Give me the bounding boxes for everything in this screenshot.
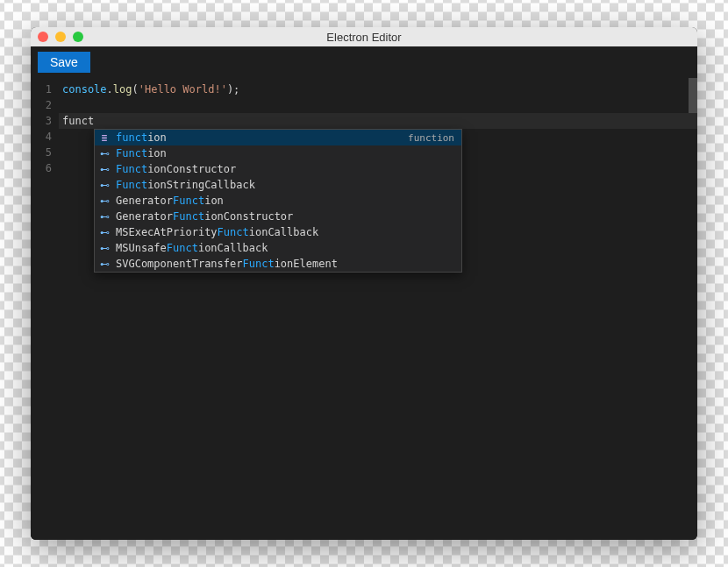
autocomplete-item[interactable]: ⊷Function — [95, 145, 461, 161]
traffic-lights — [38, 32, 83, 42]
token-string: 'Hello World!' — [139, 83, 227, 96]
maximize-icon[interactable] — [73, 32, 83, 42]
autocomplete-label: Function — [116, 147, 458, 159]
autocomplete-hint: function — [408, 132, 458, 144]
titlebar[interactable]: Electron Editor — [31, 27, 697, 46]
autocomplete-label: MSUnsafeFunctionCallback — [116, 242, 458, 254]
autocomplete-label: GeneratorFunctionConstructor — [116, 210, 458, 223]
line-number: 3 — [31, 113, 52, 129]
token-punct: . — [107, 83, 113, 96]
token-object: console — [62, 83, 107, 96]
toolbar: Save — [31, 46, 697, 78]
autocomplete-item[interactable]: ⊷FunctionStringCallback — [95, 177, 461, 193]
autocomplete-label: FunctionStringCallback — [116, 179, 458, 191]
autocomplete-label: SVGComponentTransferFunctionElement — [116, 258, 458, 270]
autocomplete-label: GeneratorFunction — [116, 195, 458, 207]
line-number: 1 — [31, 82, 52, 97]
autocomplete-item[interactable]: ⊷FunctionConstructor — [95, 161, 461, 177]
autocomplete-popup[interactable]: ≣functionfunction⊷Function⊷FunctionConst… — [94, 129, 462, 273]
code-editor[interactable]: 1 2 3 4 5 6 console.log('Hello World!');… — [31, 78, 697, 540]
interface-icon: ⊷ — [98, 179, 111, 191]
code-area[interactable]: console.log('Hello World!'); funct ≣func… — [59, 78, 697, 540]
line-gutter: 1 2 3 4 5 6 — [31, 78, 59, 540]
line-number: 4 — [31, 129, 52, 145]
line-number: 6 — [31, 160, 52, 176]
line-number: 2 — [31, 97, 52, 113]
autocomplete-item[interactable]: ⊷GeneratorFunctionConstructor — [95, 209, 461, 224]
token-punct: ( — [132, 83, 139, 96]
minimize-icon[interactable] — [55, 32, 66, 42]
interface-icon: ⊷ — [98, 147, 111, 159]
interface-icon: ⊷ — [98, 163, 111, 175]
token-method: log — [113, 83, 132, 96]
autocomplete-label: MSExecAtPriorityFunctionCallback — [116, 226, 458, 238]
keyword-icon: ≣ — [98, 131, 111, 144]
autocomplete-item[interactable]: ⊷GeneratorFunction — [95, 193, 461, 209]
token-punct: ); — [227, 83, 239, 96]
code-line[interactable]: console.log('Hello World!'); — [59, 82, 697, 97]
interface-icon: ⊷ — [98, 195, 111, 207]
save-button[interactable]: Save — [38, 52, 90, 73]
interface-icon: ⊷ — [98, 258, 111, 270]
autocomplete-item[interactable]: ⊷MSExecAtPriorityFunctionCallback — [95, 224, 461, 240]
autocomplete-item[interactable]: ⊷SVGComponentTransferFunctionElement — [95, 256, 461, 272]
close-icon[interactable] — [38, 32, 48, 42]
interface-icon: ⊷ — [98, 226, 111, 238]
autocomplete-label: FunctionConstructor — [116, 163, 458, 175]
autocomplete-label: function — [116, 131, 403, 144]
window-title: Electron Editor — [326, 31, 401, 44]
interface-icon: ⊷ — [98, 210, 111, 223]
typed-text: funct — [62, 115, 94, 127]
code-line[interactable] — [59, 97, 697, 113]
autocomplete-item[interactable]: ≣functionfunction — [95, 130, 461, 145]
scrollbar-thumb[interactable] — [689, 78, 697, 113]
autocomplete-item[interactable]: ⊷MSUnsafeFunctionCallback — [95, 240, 461, 256]
app-window: Electron Editor Save 1 2 3 4 5 6 console… — [31, 27, 697, 540]
interface-icon: ⊷ — [98, 242, 111, 254]
line-number: 5 — [31, 145, 52, 160]
code-line-current[interactable]: funct — [59, 113, 697, 129]
